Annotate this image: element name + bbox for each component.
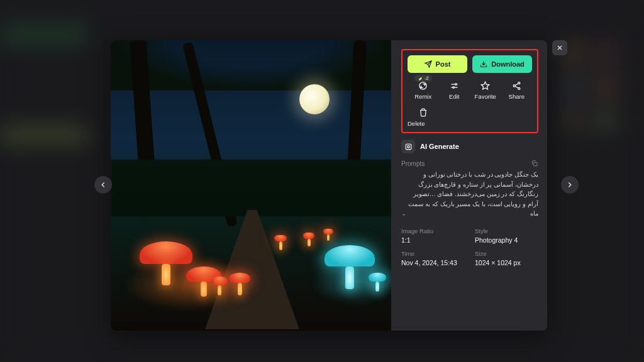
copy-icon (531, 160, 538, 167)
delete-label: Delete (408, 120, 439, 127)
leaf-icon (418, 76, 423, 81)
remix-action[interactable]: -2 Remix (408, 78, 439, 101)
ratio-value: 1:1 (401, 236, 465, 244)
star-icon (480, 81, 490, 90)
style-key: Style (475, 228, 538, 234)
size-value: 1024 × 1024 px (475, 259, 538, 266)
prev-image-button[interactable] (94, 176, 112, 194)
generated-image[interactable] (111, 40, 391, 331)
close-icon (556, 44, 564, 52)
generator-label: AI Generate (420, 143, 459, 150)
favorite-label: Favorite (470, 93, 501, 100)
download-icon (480, 60, 487, 68)
favorite-action[interactable]: Favorite (470, 78, 501, 101)
chevron-right-icon (565, 180, 574, 189)
share-icon (512, 81, 521, 90)
svg-point-2 (453, 86, 455, 88)
remix-label: Remix (408, 93, 439, 100)
time-value: Nov 4, 2024, 15:43 (401, 259, 465, 266)
remix-icon (418, 81, 428, 90)
highlighted-actions-region: Post Download -2 Remix (401, 49, 538, 133)
svg-rect-8 (534, 163, 538, 167)
svg-point-0 (419, 82, 426, 89)
delete-action[interactable]: Delete (408, 105, 439, 128)
svg-point-5 (518, 87, 519, 89)
svg-point-4 (513, 84, 515, 86)
svg-rect-7 (407, 145, 409, 147)
post-button-label: Post (436, 60, 451, 68)
chevron-down-icon[interactable]: ⌄ (401, 209, 406, 219)
download-button-label: Download (491, 60, 525, 68)
prompt-text[interactable]: یک جنگل جادویی در شب با درختانی نورانی و… (401, 170, 538, 220)
edit-label: Edit (439, 93, 470, 100)
remix-cost-badge: -2 (414, 75, 432, 82)
svg-point-3 (518, 82, 519, 84)
download-button[interactable]: Download (472, 55, 532, 73)
post-button[interactable]: Post (408, 55, 467, 73)
next-image-button[interactable] (561, 176, 579, 194)
share-label: Share (501, 93, 533, 100)
share-action[interactable]: Share (501, 78, 533, 101)
detail-side-panel: Post Download -2 Remix (391, 40, 547, 331)
send-icon (425, 60, 432, 68)
style-value: Photography 4 (475, 236, 538, 244)
svg-rect-6 (406, 144, 411, 150)
svg-point-1 (455, 83, 457, 85)
prompts-header: Prompts (401, 160, 425, 167)
copy-prompt-button[interactable] (531, 160, 538, 167)
trash-icon (419, 108, 428, 117)
time-key: Time (401, 250, 465, 257)
size-key: Size (475, 250, 538, 257)
ai-generate-icon (401, 140, 415, 153)
close-button[interactable] (552, 40, 567, 55)
generator-row[interactable]: AI Generate (401, 140, 538, 153)
metadata-grid: Image Ratio 1:1 Style Photography 4 Time… (401, 228, 538, 266)
sliders-icon (450, 81, 459, 90)
image-detail-modal: Post Download -2 Remix (111, 40, 547, 331)
ratio-key: Image Ratio (401, 228, 465, 234)
chevron-left-icon (99, 180, 108, 189)
edit-action[interactable]: Edit (439, 78, 470, 101)
